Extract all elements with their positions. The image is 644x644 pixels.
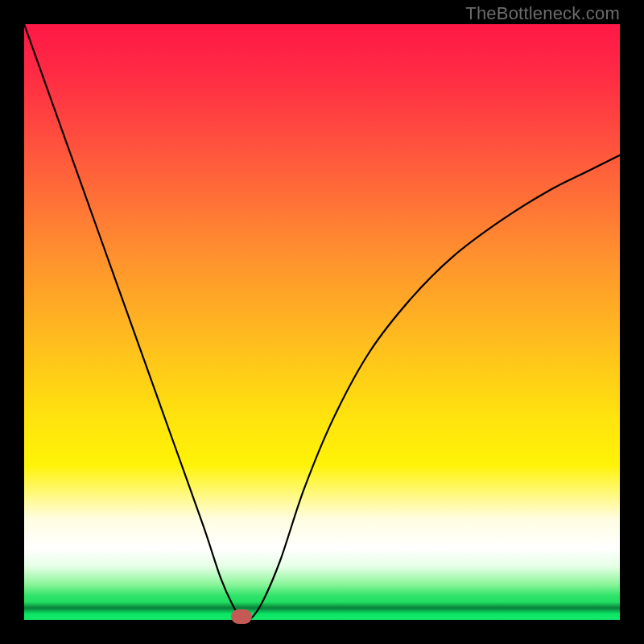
chart-curve-svg xyxy=(24,24,620,620)
bottleneck-curve xyxy=(24,24,620,620)
chart-plot-area xyxy=(24,24,620,620)
optimal-point-marker xyxy=(231,609,252,624)
watermark-text: TheBottleneck.com xyxy=(465,3,620,24)
